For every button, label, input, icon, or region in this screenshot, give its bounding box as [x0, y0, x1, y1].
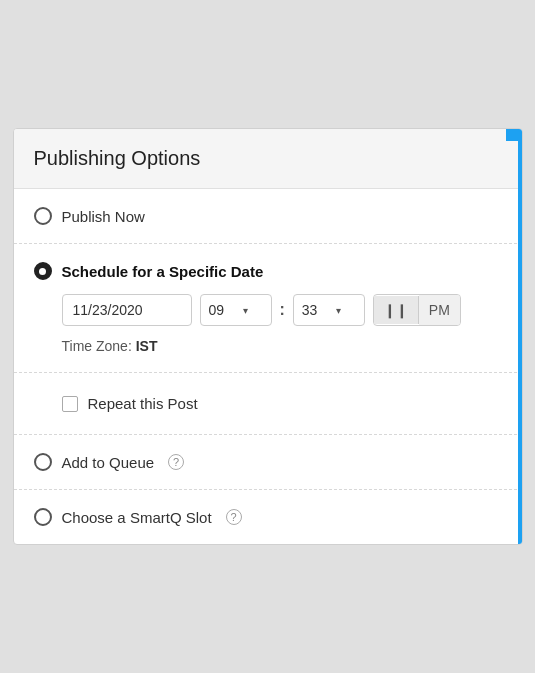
pm-button[interactable]: PM — [419, 295, 460, 325]
schedule-section: Schedule for a Specific Date 09 10 11 12… — [14, 244, 522, 373]
timezone-value: IST — [136, 338, 158, 354]
schedule-option[interactable]: Schedule for a Specific Date — [34, 262, 502, 280]
smartq-option[interactable]: Choose a SmartQ Slot ? — [34, 508, 502, 526]
schedule-radio[interactable] — [34, 262, 52, 280]
schedule-content: 09 10 11 12 ▾ : 33 00 15 30 45 — [34, 294, 502, 354]
panel-title: Publishing Options — [34, 147, 502, 170]
smartq-section: Choose a SmartQ Slot ? — [14, 490, 522, 544]
panel-header: Publishing Options — [14, 129, 522, 189]
repeat-label: Repeat this Post — [88, 395, 198, 412]
time-colon: : — [280, 301, 285, 319]
smartq-help-icon[interactable]: ? — [226, 509, 242, 525]
minute-select[interactable]: 33 00 15 30 45 — [302, 302, 332, 318]
minute-chevron-icon: ▾ — [336, 305, 341, 316]
pause-button[interactable]: ❙❙ — [374, 296, 419, 324]
date-input[interactable] — [62, 294, 192, 326]
smartq-radio[interactable] — [34, 508, 52, 526]
timezone-row: Time Zone: IST — [62, 338, 502, 354]
queue-radio[interactable] — [34, 453, 52, 471]
publish-now-section: Publish Now — [14, 189, 522, 244]
publishing-options-panel: Publishing Options Publish Now Schedule … — [13, 128, 523, 545]
repeat-checkbox[interactable] — [62, 396, 78, 412]
repeat-option[interactable]: Repeat this Post — [62, 391, 502, 416]
queue-label: Add to Queue — [62, 454, 155, 471]
schedule-label: Schedule for a Specific Date — [62, 263, 264, 280]
hour-chevron-icon: ▾ — [243, 305, 248, 316]
publish-now-radio[interactable] — [34, 207, 52, 225]
publish-now-option[interactable]: Publish Now — [34, 207, 502, 225]
hour-select[interactable]: 09 10 11 12 — [209, 302, 239, 318]
repeat-section: Repeat this Post — [14, 373, 522, 435]
smartq-label: Choose a SmartQ Slot — [62, 509, 212, 526]
ampm-toggle: ❙❙ PM — [373, 294, 461, 326]
queue-help-icon[interactable]: ? — [168, 454, 184, 470]
queue-option[interactable]: Add to Queue ? — [34, 453, 502, 471]
time-row: 09 10 11 12 ▾ : 33 00 15 30 45 — [62, 294, 502, 326]
add-to-queue-section: Add to Queue ? — [14, 435, 522, 490]
hour-select-wrap: 09 10 11 12 ▾ — [200, 294, 272, 326]
minute-select-wrap: 33 00 15 30 45 ▾ — [293, 294, 365, 326]
timezone-prefix: Time Zone: — [62, 338, 136, 354]
publish-now-label: Publish Now — [62, 208, 145, 225]
